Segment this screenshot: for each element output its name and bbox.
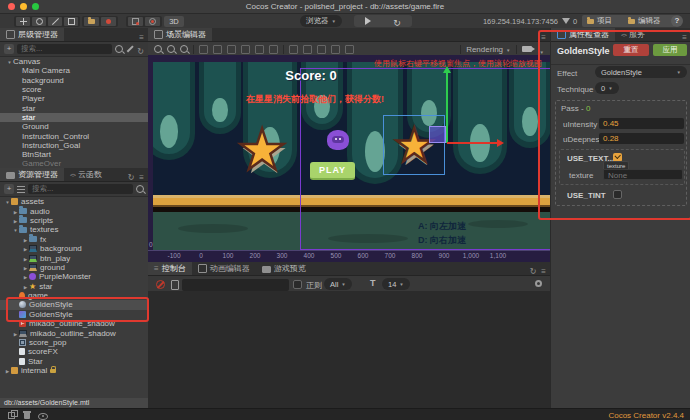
texture-input[interactable]: None [603,169,683,180]
hierarchy-node[interactable]: BtnStart [0,150,148,159]
eye-icon[interactable] [38,413,48,420]
console-settings-icon[interactable] [535,280,542,287]
purple-monster-sprite[interactable] [327,130,349,150]
asset-item[interactable]: audio [0,206,148,215]
refresh-assets-icon[interactable] [128,166,135,184]
star-sprite[interactable]: ★ [237,122,287,178]
asset-item[interactable]: textures [0,225,148,234]
asset-item[interactable]: star [0,282,148,291]
camera-icon[interactable] [522,46,532,52]
expand-caret-icon[interactable] [22,235,29,244]
asset-item[interactable]: mikado_outline_shadow [0,328,148,337]
distribute-v-icon[interactable] [303,45,312,54]
asset-item[interactable]: scripts [0,216,148,225]
asset-item[interactable]: fx [0,235,148,244]
asset-item-selected[interactable]: GoldenStyle [0,300,148,309]
zoom-in-icon[interactable] [167,45,175,53]
effect-dropdown[interactable]: GoldenStyle [595,66,687,78]
tab-cloud-function[interactable]: 云函数 [64,168,108,181]
create-asset-button[interactable] [4,184,14,194]
rendering-dropdown[interactable]: Rendering [466,45,510,54]
hierarchy-node[interactable]: Canvas [0,57,148,66]
expand-caret-icon[interactable] [22,282,29,291]
expand-caret-icon[interactable] [22,254,29,263]
align-center-h-icon[interactable] [213,45,222,54]
panel-menu-icon[interactable] [682,26,687,44]
asset-item[interactable]: ground [0,263,148,272]
panel-menu-icon[interactable] [139,166,144,184]
hierarchy-node[interactable]: Instruction_Goal [0,141,148,150]
gizmo-move-handle[interactable] [429,126,446,143]
hierarchy-node[interactable]: Player [0,94,148,103]
duplicate-icon[interactable] [8,412,15,419]
open-editor-button[interactable]: 编辑器 [623,15,676,27]
hierarchy-node-selected[interactable]: star [0,113,148,122]
hierarchy-node[interactable]: star [0,103,148,112]
scale-tool-icon[interactable] [48,17,62,26]
align-right-icon[interactable] [227,45,236,54]
align-bottom-icon[interactable] [269,45,278,54]
tab-game-preview[interactable]: 游戏预览 [256,262,312,275]
asset-item[interactable]: btn_play [0,253,148,262]
uintensity-input[interactable]: 0.45 [599,118,684,129]
toggle-3d-button[interactable]: 3D [164,16,184,27]
asset-item[interactable]: GoldenStyle [0,310,148,319]
clear-console-icon[interactable] [156,280,165,289]
same-size-icon[interactable] [345,45,354,54]
expand-caret-icon[interactable] [4,197,11,206]
align-top-icon[interactable] [241,45,250,54]
hierarchy-node[interactable]: Instruction_Control [0,131,148,140]
preview-target-dropdown[interactable]: 浏览器 [300,15,342,27]
log-level-dropdown[interactable]: All [324,278,352,290]
hierarchy-node[interactable]: Main Camera [0,66,148,75]
expand-caret-icon[interactable] [4,366,11,375]
hierarchy-node[interactable]: Ground [0,122,148,131]
gizmo-x-axis-arrow[interactable] [447,142,497,144]
console-filter-input[interactable] [182,279,289,291]
expand-caret-icon[interactable] [12,207,19,216]
tab-services[interactable]: 服务 [615,28,651,41]
search-icon[interactable] [115,45,123,53]
expand-caret-icon[interactable] [22,244,29,253]
tab-animation-editor[interactable]: 动画编辑器 [192,262,256,275]
asset-item[interactable]: PurpleMonster [0,272,148,281]
apply-button[interactable]: 应用 [653,44,687,56]
asset-item[interactable]: background [0,244,148,253]
regex-checkbox[interactable] [293,280,302,289]
tab-console[interactable]: 控制台 [148,262,192,275]
expand-caret-icon[interactable] [12,216,19,225]
expand-caret-icon[interactable] [12,329,19,338]
tab-hierarchy[interactable]: 层级管理器 [0,28,64,41]
expand-caret-icon[interactable] [6,57,13,66]
zoom-tool-icon[interactable] [154,45,162,53]
expand-caret-icon[interactable] [12,225,19,234]
panel-menu-icon[interactable] [139,26,144,44]
assets-search-input[interactable]: 搜索... [28,184,133,194]
tab-assets[interactable]: 资源管理器 [0,168,64,181]
gizmo-y-axis-arrow[interactable] [446,73,448,143]
align-middle-icon[interactable] [255,45,264,54]
rotate-tool-icon[interactable] [32,17,46,26]
play-game-button[interactable]: PLAY [310,162,355,180]
asset-item[interactable]: Star [0,357,148,366]
search-icon[interactable] [136,185,144,193]
rect-tool-icon[interactable] [64,17,78,26]
asset-item[interactable]: game [0,291,148,300]
font-size-dropdown[interactable]: 14 [382,278,410,290]
distribute-h-icon[interactable] [289,45,298,54]
asset-item[interactable]: score_pop [0,338,148,347]
asset-item[interactable]: mikado_outline_shadow [0,319,148,328]
log-file-icon[interactable] [171,280,179,290]
play-button[interactable] [365,17,371,25]
help-button[interactable] [671,15,683,27]
tab-properties[interactable]: 属性检查器 [551,28,615,41]
asset-item[interactable]: internal [0,366,148,375]
asset-item[interactable]: scoreFX [0,347,148,356]
technique-dropdown[interactable]: 0 [595,82,619,94]
use-tint-checkbox[interactable] [613,190,622,199]
trash-icon[interactable] [24,413,30,419]
asset-item[interactable]: assets [0,197,148,206]
udeepness-input[interactable]: 0.28 [599,133,684,144]
hierarchy-node[interactable]: background [0,76,148,85]
reset-button[interactable]: 重置 [613,44,649,56]
